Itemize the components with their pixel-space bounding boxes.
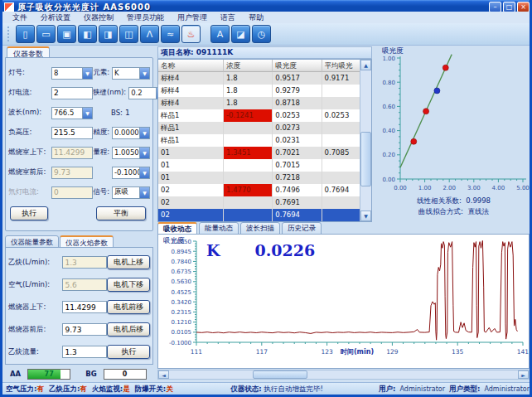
table-row[interactable]: 样品10.0231: [158, 134, 360, 147]
cell-absorbance: 0.0273: [273, 122, 322, 134]
menu-item-4[interactable]: 管理员功能: [120, 12, 171, 23]
furnace-button[interactable]: ◪: [231, 25, 250, 43]
menu-item-7[interactable]: 帮助: [242, 12, 270, 23]
open-project-button[interactable]: ▭: [36, 25, 56, 43]
lamp-settings-icon: ◫: [124, 30, 133, 39]
flame-row-input[interactable]: [62, 301, 107, 313]
flame-row-input[interactable]: [62, 346, 107, 358]
cell-absorbance: 0.9517: [273, 72, 322, 85]
precision-select[interactable]: 0.0000▼: [112, 127, 150, 139]
scroll-up-icon[interactable]: ▲: [360, 60, 371, 70]
flame-row-button[interactable]: 电机后移: [107, 322, 150, 336]
absorbance-dynamics-panel: 吸光度 K 0.0226 1.00500.89450.78400.67350.5…: [157, 234, 530, 369]
cell-concentration: 1.8: [224, 97, 273, 109]
signal-dynamics-button[interactable]: ≈: [161, 25, 180, 43]
aa-progressbar: 77: [27, 369, 70, 380]
svg-text:4.00: 4.00: [492, 185, 505, 191]
cell-avg-absorbance: [322, 122, 360, 134]
scroll-left-icon[interactable]: ◄: [158, 370, 169, 379]
bg-progressbar: 0: [104, 369, 147, 380]
cell-concentration: [224, 134, 273, 147]
table-row[interactable]: 020.7694: [158, 209, 360, 221]
status-bar: 空气压力:有乙炔压力:有火焰监视:是防爆开关:关 仪器状态: 执行自动增益完毕!…: [2, 382, 530, 395]
table-row[interactable]: 标样41.80.9279: [158, 85, 360, 97]
table-row[interactable]: 标样41.80.8718: [158, 97, 360, 109]
power-timer-button[interactable]: ◷: [252, 25, 271, 43]
svg-text:0.00: 0.00: [394, 185, 407, 191]
element-select[interactable]: K▼: [112, 67, 150, 80]
table-row[interactable]: 样品10.0273: [158, 122, 360, 134]
table-scroll-track[interactable]: [360, 70, 371, 211]
svg-text:时间(min): 时间(min): [341, 348, 374, 356]
table-row[interactable]: 021.47700.74960.7694: [158, 184, 360, 196]
lamp-energy-button[interactable]: ◨: [99, 25, 118, 43]
column-header[interactable]: 平均吸光度: [322, 60, 360, 72]
range2-select[interactable]: -0.1000▼: [112, 167, 150, 179]
menu-item-6[interactable]: 语言: [214, 12, 242, 23]
cell-absorbance: 0.7015: [273, 159, 322, 172]
wavelength-select[interactable]: 766.5▼: [51, 107, 93, 119]
scroll-down-icon[interactable]: ▼: [360, 211, 371, 221]
menu-item-1[interactable]: 文件: [6, 12, 34, 23]
table-row[interactable]: 010.7218: [158, 172, 360, 184]
flame-row-button[interactable]: 执行: [107, 345, 150, 359]
cell-avg-absorbance: [322, 134, 360, 147]
table-row[interactable]: 样品1-0.12410.02530.0253: [158, 109, 360, 122]
burner-ud-display: [51, 147, 93, 159]
lamp-position-button[interactable]: ◧: [78, 25, 97, 43]
cell-name: 01: [158, 159, 224, 172]
chart-horizontal-scrollbar[interactable]: ◄ ►: [157, 370, 530, 380]
svg-text:0.8945: 0.8945: [172, 249, 192, 255]
column-header[interactable]: 名称: [158, 60, 224, 72]
wavelength-scan-button[interactable]: Λ: [140, 25, 159, 43]
table-scroll-thumb[interactable]: [360, 132, 371, 186]
svg-text:2.00: 2.00: [443, 185, 456, 191]
neg-hv-input[interactable]: [51, 127, 93, 139]
execute-button[interactable]: 执行: [10, 206, 48, 220]
flame-param-row: 乙炔流量:执行: [8, 341, 150, 363]
lamp-settings-button[interactable]: ◫: [119, 25, 138, 43]
column-header[interactable]: 浓度: [224, 60, 273, 72]
table-vertical-scrollbar[interactable]: ▲ ▼: [360, 60, 371, 221]
svg-text:129: 129: [386, 348, 399, 356]
svg-text:1.00: 1.00: [418, 185, 432, 191]
flame-button[interactable]: ♨: [181, 25, 201, 43]
flame-row-input[interactable]: [62, 323, 107, 336]
flame-row-input: [62, 278, 107, 291]
autosampler-button[interactable]: A: [210, 25, 230, 43]
table-row[interactable]: 011.34510.70210.7085: [158, 147, 360, 159]
user-type-label: 用户类型:: [449, 385, 480, 395]
cell-absorbance: 0.7218: [273, 172, 322, 184]
flame-row-button[interactable]: 电机前移: [107, 300, 150, 314]
calibration-chart: 0.000.200.400.600.801.000.001.002.003.00…: [375, 53, 532, 201]
scroll-right-icon[interactable]: ►: [518, 370, 529, 379]
cell-concentration: 1.3451: [224, 147, 273, 159]
chevron-down-icon: ▼: [139, 148, 149, 158]
signal-select[interactable]: 原吸▼: [112, 186, 150, 199]
flame-row-button[interactable]: 电机下移: [107, 278, 150, 292]
cell-absorbance: 0.7694: [273, 209, 322, 221]
instrument-status-value: 执行自动增益完毕!: [264, 385, 322, 393]
flame-row-button[interactable]: 电机上移: [107, 255, 150, 269]
menu-item-3[interactable]: 仪器控制: [77, 12, 120, 23]
chart-scroll-track[interactable]: [169, 370, 518, 379]
lamp-no-select[interactable]: 8▼: [51, 67, 93, 80]
balance-button[interactable]: 平衡: [96, 206, 146, 220]
lamp-current-input[interactable]: [51, 87, 93, 99]
menu-item-5[interactable]: 用户管理: [171, 12, 214, 23]
table-row[interactable]: 020.7691: [158, 196, 360, 209]
table-row[interactable]: 010.7015: [158, 159, 360, 172]
bg-progress-value: 0: [104, 370, 146, 379]
svg-text:0.00: 0.00: [382, 177, 395, 183]
cell-avg-absorbance: [322, 97, 360, 109]
chart-scroll-thumb[interactable]: [253, 370, 307, 379]
column-header[interactable]: 吸光度: [273, 60, 322, 72]
menu-item-2[interactable]: 分析设置: [34, 12, 77, 23]
d2-current-label: 氘灯电流:: [8, 187, 51, 197]
save-icon: ▣: [62, 30, 70, 39]
table-row[interactable]: 标样41.80.95170.9171: [158, 72, 360, 85]
new-file-button[interactable]: ▯: [16, 25, 35, 43]
range-select[interactable]: 1.0050▼: [112, 147, 150, 159]
save-button[interactable]: ▣: [57, 25, 76, 43]
burner-fb-label: 燃烧室前后:: [8, 167, 51, 177]
